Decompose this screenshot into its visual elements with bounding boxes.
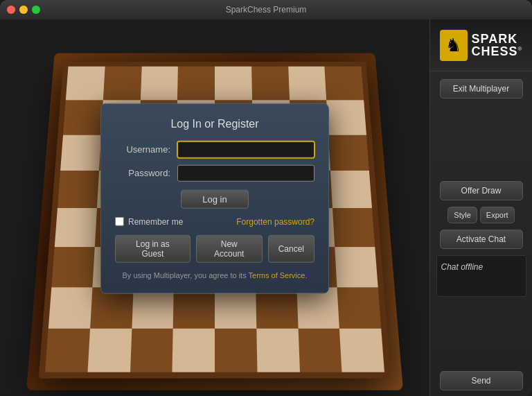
guest-login-button[interactable]: Log in as Guest: [115, 234, 190, 262]
chess-cell: [87, 329, 132, 372]
logo-icon: ♞: [440, 30, 468, 61]
remember-row: Remember me Forgotten password?: [115, 216, 314, 226]
chess-area: Log In or Register Username: Password: L…: [0, 19, 429, 396]
chess-cell: [51, 246, 94, 286]
offer-draw-button[interactable]: Offer Draw: [440, 181, 523, 200]
chess-cell: [215, 329, 257, 372]
exit-multiplayer-button[interactable]: Exit Multiplayer: [440, 79, 523, 98]
chess-cell: [103, 66, 142, 99]
main-content: Log In or Register Username: Password: L…: [0, 19, 532, 396]
chat-area: Chat offline: [436, 255, 526, 297]
password-input[interactable]: [177, 164, 314, 181]
send-button[interactable]: Send: [440, 371, 523, 390]
password-row: Password:: [115, 164, 314, 181]
window-controls[interactable]: [7, 6, 40, 14]
activate-chat-button[interactable]: Activate Chat: [440, 230, 523, 249]
window-title: SparkChess Premium: [226, 5, 307, 15]
chess-cell: [130, 329, 173, 372]
title-bar: SparkChess Premium: [0, 0, 532, 19]
dialog-title: Log In or Register: [115, 117, 314, 130]
chess-cell: [45, 329, 90, 372]
logo-chess: CHESS®: [472, 45, 523, 58]
tos-prefix: By using Multiplayer, you agree to its: [123, 270, 249, 279]
chess-cell: [251, 66, 290, 99]
new-account-button[interactable]: New Account: [196, 234, 263, 262]
username-row: Username:: [115, 141, 314, 157]
logo-spark: SPARK: [472, 33, 523, 45]
tos-text: By using Multiplayer, you agree to its T…: [115, 270, 314, 279]
chat-offline-text: Chat offline: [441, 262, 484, 272]
chess-cell: [177, 66, 215, 99]
chess-cell: [63, 100, 103, 135]
username-label: Username:: [115, 144, 170, 155]
game-controls-section: Offer Draw Style Export Activate Chat Ch…: [430, 173, 532, 304]
chess-cell: [325, 66, 364, 99]
chess-cell: [337, 286, 381, 328]
forgotten-password-link[interactable]: Forgotten password?: [236, 216, 314, 226]
remember-label: Remember me: [128, 216, 183, 226]
style-button[interactable]: Style: [447, 207, 477, 223]
chess-cell: [66, 66, 105, 99]
export-button[interactable]: Export: [480, 207, 515, 223]
login-btn-row: Log in: [115, 189, 314, 208]
chess-cell: [60, 135, 101, 171]
minimize-button[interactable]: [19, 6, 28, 14]
login-dialog: Log In or Register Username: Password: L…: [100, 103, 329, 293]
chess-cell: [330, 171, 372, 208]
password-label: Password:: [115, 168, 170, 178]
chess-cell: [339, 329, 384, 372]
exit-section: Exit Multiplayer: [430, 71, 532, 106]
chess-cell: [48, 286, 92, 328]
login-button[interactable]: Log in: [181, 189, 248, 208]
action-buttons: Log in as Guest New Account Cancel: [115, 234, 314, 262]
chess-cell: [57, 171, 99, 208]
logo-area: ♞ SPARK CHESS®: [430, 19, 532, 71]
chess-cell: [140, 66, 178, 99]
remember-checkbox[interactable]: [115, 217, 124, 226]
username-input[interactable]: [177, 141, 314, 157]
chess-cell: [328, 135, 369, 171]
chess-cell: [55, 208, 97, 247]
chess-cell: [288, 66, 327, 99]
maximize-button[interactable]: [32, 6, 40, 14]
tos-link[interactable]: Terms of Service.: [249, 270, 308, 279]
right-sidebar: ♞ SPARK CHESS® Exit Multiplayer Offer Dr…: [429, 19, 532, 396]
chess-cell: [298, 329, 342, 372]
chess-cell: [326, 100, 366, 135]
logo-text-area: SPARK CHESS®: [472, 33, 523, 58]
chess-cell: [335, 246, 378, 286]
close-button[interactable]: [7, 6, 15, 14]
remember-left: Remember me: [115, 216, 183, 226]
chess-cell: [215, 66, 252, 99]
chess-cell: [332, 208, 375, 247]
chess-cell: [172, 329, 215, 372]
chess-cell: [256, 329, 299, 372]
style-export-row: Style Export: [447, 207, 514, 223]
cancel-button[interactable]: Cancel: [268, 234, 314, 262]
